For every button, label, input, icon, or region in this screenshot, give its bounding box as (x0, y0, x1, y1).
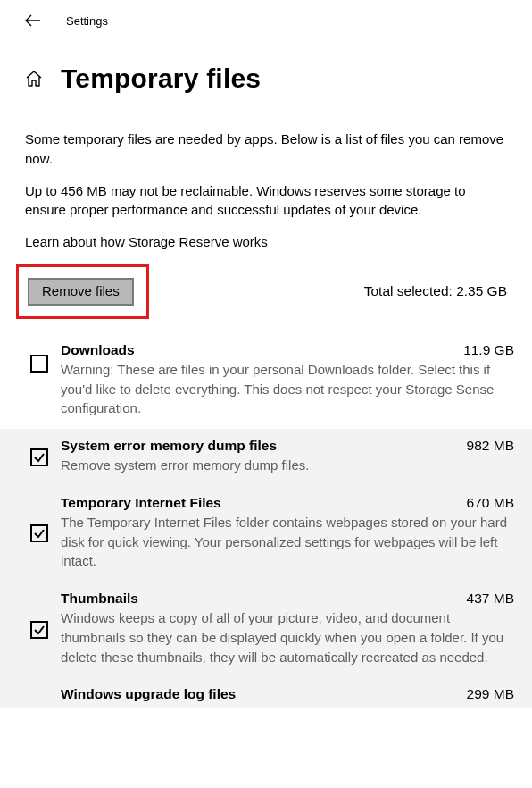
file-size: 299 MB (467, 686, 514, 702)
file-name: Windows upgrade log files (61, 686, 236, 702)
file-size: 11.9 GB (463, 342, 514, 358)
intro-text-1: Some temporary files are needed by apps.… (25, 130, 507, 169)
file-item-temp-internet[interactable]: Temporary Internet Files 670 MB The Temp… (0, 486, 532, 582)
back-icon[interactable] (25, 11, 41, 31)
file-desc: Remove system error memory dump files. (61, 456, 514, 475)
file-size: 670 MB (467, 495, 514, 511)
intro-text-2: Up to 456 MB may not be reclaimable. Win… (25, 181, 507, 221)
file-desc: The Temporary Internet Files folder cont… (61, 513, 514, 571)
total-selected-label: Total selected: 2.35 GB (364, 283, 507, 299)
file-size: 437 MB (467, 591, 514, 607)
header-label: Settings (66, 14, 108, 28)
file-item-system-error-dump[interactable]: System error memory dump files 982 MB Re… (0, 429, 532, 486)
file-desc: Windows keeps a copy of all of your pict… (61, 608, 514, 666)
title-row: Temporary files (0, 38, 532, 110)
file-size: 982 MB (467, 438, 514, 454)
file-list: Downloads 11.9 GB Warning: These are fil… (0, 328, 532, 708)
page-title: Temporary files (61, 63, 261, 94)
highlight-box: Remove files (16, 264, 149, 319)
checkbox-system-error-dump[interactable] (30, 448, 48, 466)
file-name: Temporary Internet Files (61, 495, 221, 511)
storage-reserve-link[interactable]: Learn about how Storage Reserve works (25, 232, 507, 252)
remove-files-button[interactable]: Remove files (28, 278, 134, 306)
checkbox-thumbnails[interactable] (30, 621, 48, 639)
home-icon[interactable] (25, 70, 43, 88)
action-row: Remove files Total selected: 2.35 GB (0, 264, 532, 328)
file-item-thumbnails[interactable]: Thumbnails 437 MB Windows keeps a copy o… (0, 582, 532, 677)
header-bar: Settings (0, 0, 532, 38)
file-name: Downloads (61, 342, 135, 358)
description-block: Some temporary files are needed by apps.… (0, 110, 532, 252)
file-item-downloads[interactable]: Downloads 11.9 GB Warning: These are fil… (0, 333, 532, 429)
checkbox-downloads[interactable] (30, 355, 48, 373)
file-desc: Warning: These are files in your persona… (61, 360, 514, 418)
file-name: System error memory dump files (61, 438, 277, 454)
file-name: Thumbnails (61, 591, 138, 607)
checkbox-temp-internet[interactable] (30, 524, 48, 542)
file-item-upgrade-logs[interactable]: Windows upgrade log files 299 MB (0, 677, 532, 708)
